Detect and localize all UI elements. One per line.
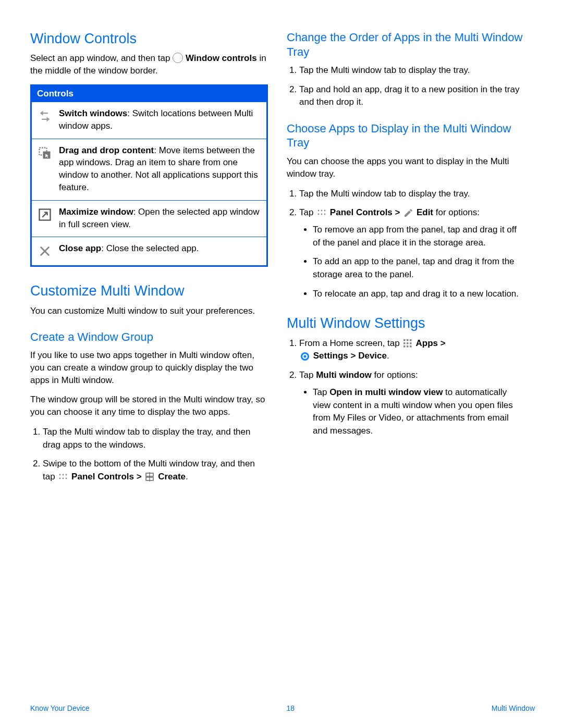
apps-grid-icon	[403, 337, 412, 350]
choose-step-2: Tap Panel Controls > Edit for options: T…	[299, 206, 524, 300]
right-column: Change the Order of Apps in the Multi Wi…	[287, 30, 524, 490]
panel-controls-icon	[58, 471, 68, 484]
choose-step-2b: for options:	[433, 207, 480, 217]
svg-point-5	[66, 474, 67, 476]
panel-controls-icon	[317, 206, 326, 219]
settings-step-1-settings: Settings > Device	[311, 351, 387, 361]
footer-page-number: 18	[286, 704, 295, 712]
choose-sub-b: To add an app to the panel, tap and drag…	[313, 255, 524, 281]
controls-row-switch-text: Switch windows: Switch locations between…	[59, 107, 261, 132]
settings-step-2a: Tap	[299, 370, 316, 380]
row1-bold: Switch windows	[59, 108, 127, 118]
maximize-icon	[37, 207, 53, 223]
heading-window-controls: Window Controls	[30, 30, 268, 47]
settings-sub-list: Tap Open in multi window view to automat…	[299, 386, 524, 438]
svg-point-6	[59, 478, 61, 479]
controls-row-close-text: Close app: Close the selected app.	[59, 242, 261, 255]
controls-row-switch: Switch windows: Switch locations between…	[32, 102, 266, 139]
heading-mw-settings: Multi Window Settings	[287, 315, 524, 331]
change-step-1: Tap the Multi window tab to display the …	[299, 64, 524, 77]
heading-choose-apps: Choose Apps to Display in the Multi Wind…	[287, 121, 524, 150]
group-paragraph-2: The window group will be stored in the M…	[30, 393, 268, 418]
svg-rect-20	[410, 339, 412, 341]
group-paragraph-1: If you like to use two apps together in …	[30, 349, 268, 386]
choose-step-1: Tap the Multi window tab to display the …	[299, 188, 524, 201]
controls-table: Controls Switch windows: Switch location…	[30, 84, 268, 267]
svg-rect-21	[403, 342, 406, 344]
change-order-steps: Tap the Multi window tab to display the …	[287, 64, 524, 109]
svg-point-3	[59, 474, 61, 476]
svg-point-27	[301, 352, 309, 361]
svg-rect-23	[410, 342, 412, 344]
close-icon	[37, 243, 53, 259]
settings-step-2: Tap Multi window for options: Tap Open i…	[299, 369, 524, 437]
controls-row-close: Close app: Close the selected app.	[32, 237, 266, 265]
settings-steps: From a Home screen, tap Apps > Settings …	[287, 337, 524, 438]
svg-rect-18	[403, 339, 406, 341]
row2-bold: Drag and drop content	[59, 145, 154, 155]
heading-change-order: Change the Order of Apps in the Multi Wi…	[287, 30, 524, 59]
svg-point-7	[63, 478, 64, 479]
row4-text: : Close the selected app.	[101, 243, 199, 253]
document-page: Window Controls Select an app window, an…	[0, 0, 563, 728]
create-icon	[145, 471, 154, 484]
row3-bold: Maximize window	[59, 207, 133, 217]
settings-step-1: From a Home screen, tap Apps > Settings …	[299, 337, 524, 363]
svg-rect-24	[403, 346, 406, 348]
svg-point-13	[321, 210, 323, 212]
choose-step-2-panel: Panel Controls >	[327, 207, 402, 217]
drag-drop-icon	[37, 145, 53, 161]
two-column-layout: Window Controls Select an app window, an…	[30, 30, 535, 490]
settings-step-1a: From a Home screen, tap	[299, 338, 402, 348]
page-footer: Know Your Device 18 Multi Window	[30, 704, 535, 712]
choose-sub-list: To remove an app from the panel, tap and…	[299, 224, 524, 300]
heading-customize: Customize Multi Window	[30, 282, 268, 299]
group-step-1: Tap the Multi window tab to display the …	[43, 426, 268, 451]
footer-left: Know Your Device	[30, 704, 90, 712]
choose-paragraph: You can choose the apps you want to disp…	[287, 155, 524, 180]
group-step-2-create: Create	[155, 472, 186, 482]
intro-text-1: Select an app window, and then tap	[30, 53, 170, 63]
group-step-2: Swipe to the bottom of the Multi window …	[43, 458, 268, 483]
choose-steps: Tap the Multi window tab to display the …	[287, 188, 524, 301]
settings-sub-a-bold: Open in multi window view	[329, 387, 443, 397]
choose-step-2-edit: Edit	[414, 207, 433, 217]
left-column: Window Controls Select an app window, an…	[30, 30, 268, 490]
controls-row-drag-text: Drag and drop content: Move items betwee…	[59, 144, 261, 194]
controls-row-maximize: Maximize window: Open the selected app w…	[32, 200, 266, 237]
row4-bold: Close app	[59, 243, 101, 253]
svg-rect-25	[407, 346, 409, 348]
choose-sub-a: To remove an app from the panel, tap and…	[313, 224, 524, 249]
settings-sub-a: Tap Open in multi window view to automat…	[313, 386, 524, 438]
choose-step-2a: Tap	[299, 207, 316, 217]
choose-sub-c: To relocate an app, tap and drag it to a…	[313, 288, 524, 301]
svg-point-12	[318, 210, 320, 212]
svg-rect-22	[407, 342, 409, 344]
settings-sub-a-pre: Tap	[313, 387, 329, 397]
switch-windows-icon	[37, 108, 53, 124]
settings-step-2-mw: Multi window	[316, 370, 372, 380]
svg-point-14	[324, 210, 326, 212]
svg-point-16	[321, 214, 323, 215]
svg-point-8	[66, 478, 67, 479]
intro-bold: Window controls	[183, 53, 257, 63]
settings-step-2b: for options:	[372, 370, 418, 380]
intro-paragraph: Select an app window, and then tap Windo…	[30, 52, 268, 77]
edit-pencil-icon	[403, 206, 413, 219]
controls-row-drag: Drag and drop content: Move items betwee…	[32, 139, 266, 200]
svg-point-15	[318, 214, 320, 215]
settings-step-1-apps: Apps >	[413, 338, 445, 348]
svg-rect-19	[407, 339, 409, 341]
heading-create-group: Create a Window Group	[30, 330, 268, 344]
settings-gear-icon	[300, 350, 310, 363]
controls-row-maximize-text: Maximize window: Open the selected app w…	[59, 206, 261, 231]
customize-paragraph: You can customize Multi window to suit y…	[30, 305, 268, 317]
change-step-2: Tap and hold an app, drag it to a new po…	[299, 83, 524, 109]
svg-point-17	[324, 214, 326, 215]
footer-right: Multi Window	[492, 704, 535, 712]
svg-point-4	[63, 474, 64, 476]
svg-rect-26	[410, 346, 412, 348]
controls-table-header: Controls	[32, 86, 266, 102]
period: .	[186, 472, 188, 482]
group-step-2-panel: Panel Controls >	[69, 472, 144, 482]
